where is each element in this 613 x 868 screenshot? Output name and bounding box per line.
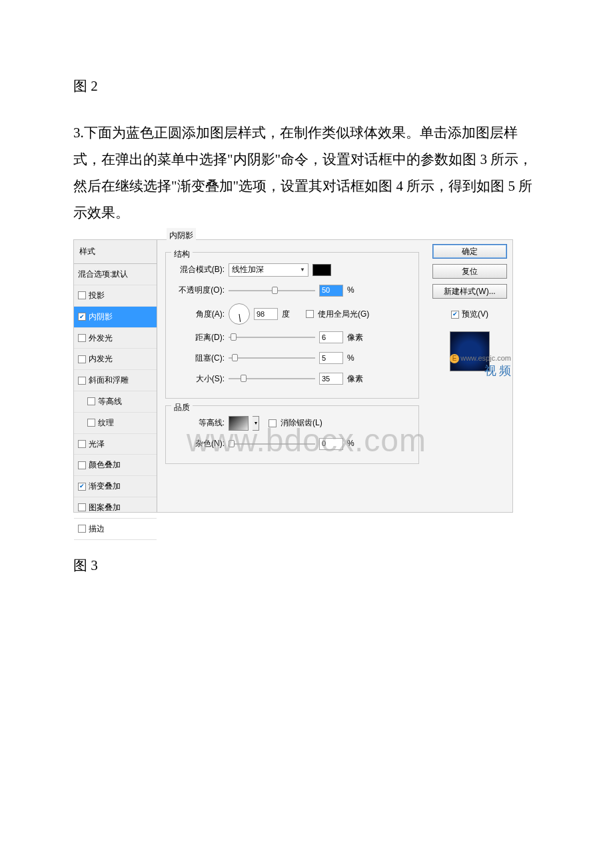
style-item-color-overlay[interactable]: 颜色叠加 — [74, 455, 157, 476]
size-row: 大小(S): 35 像素 — [173, 371, 412, 387]
opacity-slider[interactable] — [229, 286, 315, 295]
global-light-checkbox[interactable] — [306, 310, 314, 318]
checkbox-icon[interactable] — [78, 377, 86, 385]
contour-dropdown-icon[interactable]: ▾ — [253, 416, 259, 431]
style-label: 内阴影 — [89, 309, 113, 325]
contour-row: 等高线: ▾ 消除锯齿(L) — [173, 415, 412, 431]
style-item-bevel-emboss[interactable]: 斜面和浮雕 — [74, 370, 157, 391]
style-label: 外发光 — [89, 331, 113, 346]
noise-slider[interactable] — [229, 439, 315, 449]
angle-dial[interactable] — [229, 303, 250, 325]
global-light-label: 使用全局光(G) — [318, 307, 369, 322]
style-item-inner-shadow[interactable]: 内阴影 — [74, 307, 157, 328]
quality-fieldset: 品质 等高线: ▾ 消除锯齿(L) 杂色(N): 0 % — [165, 405, 419, 464]
preview-toggle[interactable]: 预览(V) — [432, 307, 507, 322]
style-item-drop-shadow[interactable]: 投影 — [74, 285, 157, 307]
style-label: 图案叠加 — [89, 500, 121, 515]
noise-unit: % — [347, 436, 367, 451]
distance-unit: 像素 — [347, 330, 367, 345]
checkbox-icon[interactable] — [78, 440, 86, 448]
size-slider[interactable] — [229, 374, 315, 383]
watermark-brand: 视 频 — [450, 363, 511, 379]
antialias-checkbox[interactable] — [269, 419, 277, 427]
watermark-url: www.espjc.com — [460, 354, 511, 362]
noise-label: 杂色(N): — [173, 436, 225, 451]
style-item-contour[interactable]: 等高线 — [74, 391, 157, 413]
checkbox-icon[interactable] — [78, 525, 86, 533]
checkbox-icon[interactable] — [78, 503, 86, 511]
styles-panel: 样式 混合选项:默认 投影 内阴影 外发光 内发光 斜面和浮雕 等高线 — [74, 240, 157, 512]
style-item-satin[interactable]: 光泽 — [74, 434, 157, 455]
size-input[interactable]: 35 — [319, 373, 343, 385]
style-item-gradient-overlay[interactable]: 渐变叠加 — [74, 476, 157, 497]
style-item-pattern-overlay[interactable]: 图案叠加 — [74, 497, 157, 519]
choke-input[interactable]: 5 — [319, 352, 343, 364]
antialias-label: 消除锯齿(L) — [281, 415, 322, 431]
checkbox-icon[interactable] — [78, 334, 86, 342]
structure-legend: 结构 — [171, 247, 193, 262]
checkbox-icon[interactable] — [78, 313, 86, 321]
figure-2-label: 图 2 — [73, 73, 540, 100]
noise-input[interactable]: 0 — [319, 438, 343, 450]
checkbox-icon[interactable] — [78, 355, 86, 363]
choke-slider[interactable] — [229, 353, 315, 363]
slider-thumb[interactable] — [232, 354, 238, 361]
style-item-blend-options[interactable]: 混合选项:默认 — [74, 264, 157, 285]
style-label: 光泽 — [89, 437, 105, 452]
opacity-label: 不透明度(O): — [173, 283, 225, 298]
contour-label: 等高线: — [173, 415, 225, 431]
style-label: 等高线 — [98, 394, 122, 409]
style-item-inner-glow[interactable]: 内发光 — [74, 349, 157, 370]
style-item-stroke[interactable]: 描边 — [74, 519, 157, 540]
distance-label: 距离(D): — [173, 330, 225, 345]
choke-label: 阻塞(C): — [173, 351, 225, 366]
blend-mode-label: 混合模式(B): — [173, 262, 225, 277]
opacity-input[interactable]: 50 — [319, 285, 343, 297]
checkbox-icon[interactable] — [78, 483, 86, 491]
style-label: 内发光 — [89, 351, 113, 367]
slider-thumb[interactable] — [229, 440, 235, 447]
slider-thumb[interactable] — [231, 333, 237, 341]
style-label: 投影 — [89, 288, 105, 303]
shadow-color-swatch[interactable] — [312, 264, 331, 276]
style-label: 混合选项:默认 — [78, 267, 128, 282]
size-unit: 像素 — [347, 371, 367, 387]
checkbox-icon[interactable] — [87, 419, 95, 427]
opacity-row: 不透明度(O): 50 % — [173, 283, 412, 298]
slider-thumb[interactable] — [272, 287, 278, 294]
style-item-outer-glow[interactable]: 外发光 — [74, 328, 157, 349]
distance-slider[interactable] — [229, 333, 315, 342]
blend-mode-value: 线性加深 — [232, 262, 264, 277]
logo-icon: E — [450, 354, 459, 363]
figure-3-label: 图 3 — [73, 553, 540, 579]
opacity-unit: % — [347, 283, 367, 298]
checkbox-icon[interactable] — [78, 291, 86, 299]
choke-row: 阻塞(C): 5 % — [173, 351, 412, 366]
checkbox-icon[interactable] — [78, 461, 86, 469]
checkbox-icon[interactable] — [87, 397, 95, 405]
size-label: 大小(S): — [173, 371, 225, 387]
noise-row: 杂色(N): 0 % — [173, 436, 412, 451]
angle-label: 角度(A): — [173, 307, 225, 322]
slider-thumb[interactable] — [241, 375, 247, 382]
new-style-button[interactable]: 新建样式(W)... — [432, 284, 507, 299]
checkbox-icon[interactable] — [451, 311, 459, 319]
angle-unit: 度 — [282, 307, 302, 322]
preview-label: 预览(V) — [462, 307, 488, 322]
style-label: 斜面和浮雕 — [89, 373, 129, 388]
angle-input[interactable]: 98 — [254, 308, 278, 320]
panel-title: 内阴影 — [167, 228, 196, 243]
style-item-texture[interactable]: 纹理 — [74, 413, 157, 434]
angle-row: 角度(A): 98 度 使用全局光(G) — [173, 303, 412, 325]
ok-button[interactable]: 确定 — [432, 244, 507, 259]
contour-swatch[interactable] — [229, 416, 249, 431]
distance-input[interactable]: 6 — [319, 331, 343, 343]
structure-fieldset: 结构 混合模式(B): 线性加深 ▼ 不透明度(O): 50 % 角度 — [165, 252, 419, 399]
buttons-panel: 确定 复位 新建样式(W)... 预览(V) Ewww.espjc.com 视 … — [427, 240, 512, 512]
cancel-button[interactable]: 复位 — [432, 264, 507, 279]
style-label: 纹理 — [98, 415, 114, 431]
blend-mode-dropdown[interactable]: 线性加深 ▼ — [229, 263, 308, 277]
settings-panel: 内阴影 结构 混合模式(B): 线性加深 ▼ 不透明度(O): 50 % — [157, 240, 427, 512]
slider-track — [229, 443, 315, 445]
style-label: 颜色叠加 — [89, 457, 121, 473]
